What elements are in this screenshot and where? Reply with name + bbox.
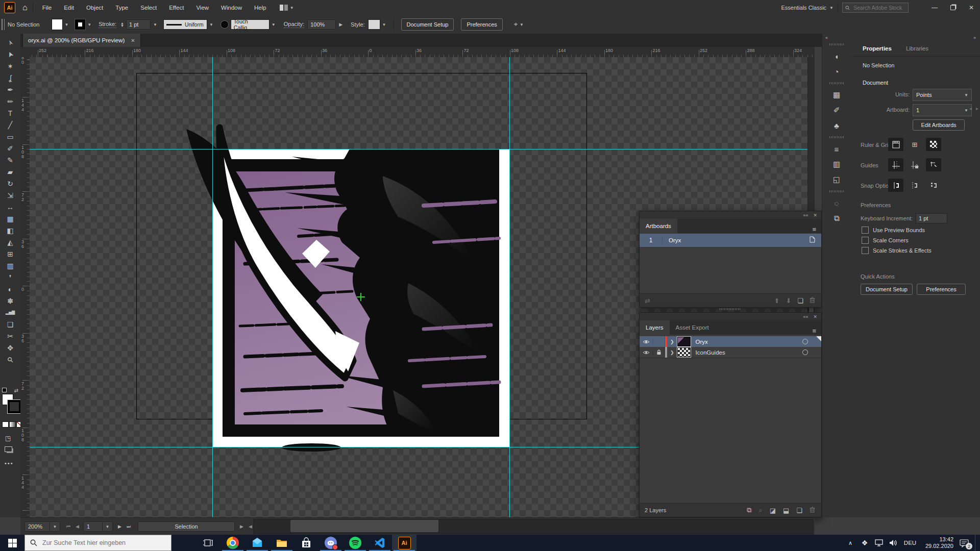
move-up-icon[interactable]: ⬆ — [774, 297, 780, 305]
visibility-eye-icon[interactable] — [640, 350, 653, 355]
rotate-tool[interactable]: ↻ — [0, 178, 20, 189]
stroke-weight-stepper[interactable]: ▲▼ — [120, 22, 124, 27]
layer-thumbnail[interactable] — [677, 337, 691, 346]
menu-file[interactable]: File — [36, 0, 58, 15]
horizontal-scrollbar-thumb[interactable] — [290, 520, 438, 532]
snap-to-point-icon[interactable] — [888, 179, 903, 192]
brush-dropdown[interactable]: Touch Callig... — [231, 19, 270, 30]
collapse-panel-icon[interactable]: «« — [803, 314, 808, 319]
close-button[interactable]: ✕ — [963, 4, 980, 11]
artboard-tool[interactable]: ❏ — [0, 318, 20, 330]
delete-layer-icon[interactable] — [810, 506, 815, 515]
width-tool[interactable]: ↔ — [0, 201, 20, 213]
expand-layer-icon[interactable]: ❯ — [670, 339, 674, 344]
style-swatch[interactable] — [368, 19, 380, 30]
collect-for-export-icon[interactable]: ⧉ — [747, 506, 751, 514]
eyedropper-tool[interactable]: ❜ — [0, 271, 20, 283]
taskbar-app-discord[interactable] — [318, 535, 343, 551]
home-icon[interactable]: ⌂ — [22, 3, 28, 12]
taskbar-app-vscode[interactable] — [368, 535, 392, 551]
minimize-button[interactable]: — — [926, 4, 943, 11]
paintbrush-tool[interactable]: ✐ — [0, 142, 20, 154]
appearance-panel-icon[interactable]: ◌ — [822, 195, 851, 211]
drawing-modes-icon[interactable]: ◳ — [5, 435, 11, 442]
stroke-swatch[interactable] — [8, 400, 21, 413]
quick-document-setup-button[interactable]: Document Setup — [861, 284, 913, 295]
transparency-panel-icon[interactable]: ◱ — [822, 172, 851, 187]
document-tab[interactable]: oryx.ai @ 200% (RGB/GPU Preview) ✕ — [22, 34, 141, 47]
tab-asset-export[interactable]: Asset Export — [670, 320, 715, 335]
menu-view[interactable]: View — [190, 0, 215, 15]
show-transparency-grid-icon[interactable] — [926, 138, 941, 151]
new-layer-icon[interactable]: ❏ — [796, 507, 802, 514]
menu-select[interactable]: Select — [134, 0, 163, 15]
chevron-right-icon[interactable]: ▶ — [339, 22, 342, 27]
dropbox-icon[interactable]: ❖ — [859, 535, 871, 551]
blend-tool[interactable]: ◐ — [0, 283, 20, 295]
opacity-field[interactable]: 100% — [307, 19, 336, 30]
checkbox-icon[interactable] — [862, 227, 869, 234]
shaper-tool[interactable]: ✎ — [0, 154, 20, 166]
layer-row-oryx[interactable]: ❯ Oryx — [640, 336, 821, 347]
vertical-ruler[interactable]: 1 8 01 4 41 0 87 23 603 67 21 0 81 4 41 … — [20, 57, 30, 517]
taskbar-app-chrome[interactable] — [220, 535, 245, 551]
direct-selection-tool[interactable]: ➤ — [0, 48, 20, 60]
show-desktop-button[interactable] — [975, 535, 978, 551]
artboard-nav-dropdown[interactable]: ▼ — [103, 521, 113, 532]
next-artboard-icon[interactable]: ▸ — [976, 106, 978, 111]
collapse-panel-icon[interactable]: «« — [803, 213, 808, 218]
taskbar-app-spotify[interactable] — [343, 535, 368, 551]
chevron-down-icon[interactable]: ▼ — [272, 22, 276, 27]
horizontal-ruler[interactable]: 2522161801441087236036721081441802162522… — [30, 47, 815, 58]
zoom-level-dropdown[interactable]: ▼ — [50, 521, 60, 532]
mini-fill-stroke-icon[interactable] — [2, 388, 7, 392]
locate-object-icon[interactable]: ⌕ — [758, 506, 762, 514]
menu-help[interactable]: Help — [248, 0, 273, 15]
color-guide-panel-icon[interactable]: ◔ — [822, 64, 851, 79]
start-button[interactable] — [0, 535, 24, 551]
symbol-sprayer-tool[interactable]: ✽ — [0, 295, 20, 307]
arrange-documents-button[interactable]: ▼ — [280, 5, 294, 11]
layer-name[interactable]: IconGuides — [696, 349, 725, 356]
workspace-switcher[interactable]: Essentials Classic ▼ — [781, 5, 834, 11]
cursor-options-icon[interactable]: ⌖ — [514, 20, 518, 29]
edit-toolbar-ellipsis[interactable]: ••• — [5, 460, 14, 466]
close-panel-icon[interactable]: ✕ — [813, 213, 817, 218]
units-dropdown[interactable]: Points▼ — [913, 89, 972, 101]
layer-row-iconguides[interactable]: ❯ IconGuides — [640, 347, 821, 358]
pen-tool[interactable]: ✒ — [0, 84, 20, 95]
language-indicator[interactable]: DEU — [901, 535, 919, 551]
artboard-page-icon[interactable] — [810, 236, 815, 245]
show-rulers-icon[interactable] — [888, 138, 903, 151]
rearrange-artboards-icon[interactable]: ⇄ — [645, 297, 650, 305]
next-artboard-icon[interactable]: ▶ — [118, 524, 121, 529]
line-segment-tool[interactable]: ╱ — [0, 119, 20, 131]
gradient-tool[interactable]: ▥ — [0, 260, 20, 271]
snap-to-pixel-icon[interactable] — [926, 179, 941, 192]
tab-artboards[interactable]: Artboards — [640, 219, 677, 233]
panel-menu-icon[interactable]: ≡ — [807, 226, 821, 233]
taskbar-app-file-explorer[interactable] — [270, 535, 294, 551]
artboard-row[interactable]: 1 Oryx — [640, 234, 821, 247]
symbols-panel-icon[interactable]: ♣ — [822, 118, 851, 133]
close-tab-icon[interactable]: ✕ — [131, 38, 135, 43]
make-clipping-mask-icon[interactable]: ◪ — [770, 507, 776, 514]
gradient-button[interactable] — [9, 421, 16, 428]
tab-libraries[interactable]: Libraries — [906, 45, 928, 52]
hidden-icons-chevron[interactable]: ∧ — [844, 535, 856, 551]
perspective-grid-tool[interactable]: ◭ — [0, 236, 20, 248]
restore-button[interactable] — [944, 3, 962, 12]
color-panel-icon[interactable]: ◖ — [822, 48, 851, 64]
prev-artboard-icon[interactable]: ◀ — [76, 524, 79, 529]
last-artboard-icon[interactable]: ⏭ — [127, 524, 131, 530]
new-sublayer-icon[interactable]: ⬓ — [783, 507, 789, 514]
eraser-tool[interactable]: ▰ — [0, 166, 20, 178]
lock-toggle-empty[interactable] — [653, 336, 665, 347]
task-view-button[interactable] — [196, 535, 220, 551]
action-center-button[interactable]: 2 — [955, 535, 973, 551]
scroll-left-icon[interactable]: ◀ — [249, 524, 252, 529]
use-preview-bounds-row[interactable]: Use Preview Bounds — [862, 227, 925, 234]
stock-search-input[interactable] — [852, 4, 905, 11]
lock-icon[interactable] — [653, 347, 665, 358]
snap-to-grid-icon[interactable] — [907, 179, 922, 192]
